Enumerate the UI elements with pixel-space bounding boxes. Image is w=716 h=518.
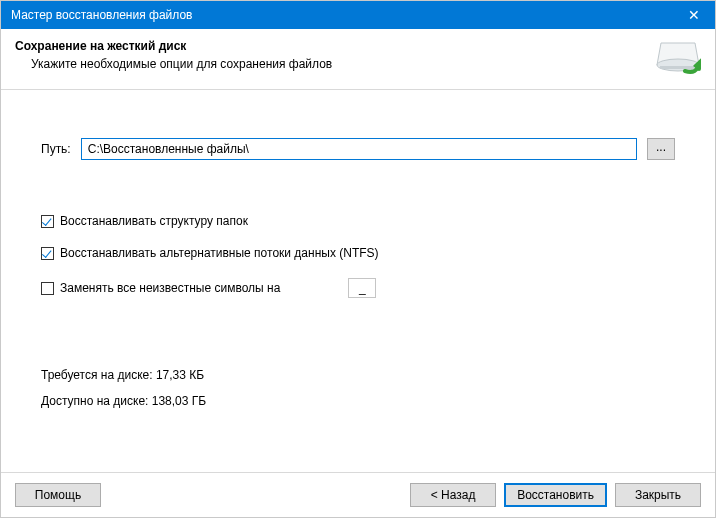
option-restore-ads: Восстанавливать альтернативные потоки да… <box>41 246 675 260</box>
page-title: Сохранение на жесткий диск <box>15 39 647 53</box>
hard-disk-icon <box>655 39 701 77</box>
restore-folders-label: Восстанавливать структуру папок <box>60 214 248 228</box>
footer: Помощь < Назад Восстановить Закрыть <box>1 472 715 517</box>
disk-available: Доступно на диске: 138,03 ГБ <box>41 394 675 408</box>
recover-button[interactable]: Восстановить <box>504 483 607 507</box>
disk-required: Требуется на диске: 17,33 КБ <box>41 368 675 382</box>
close-button[interactable]: Закрыть <box>615 483 701 507</box>
back-button[interactable]: < Назад <box>410 483 496 507</box>
page-subtitle: Укажите необходимые опции для сохранения… <box>15 57 647 71</box>
path-label: Путь: <box>41 142 71 156</box>
content-area: Путь: ... Восстанавливать структуру папо… <box>1 90 715 440</box>
restore-ads-label: Восстанавливать альтернативные потоки да… <box>60 246 379 260</box>
close-icon[interactable]: ✕ <box>673 1 715 29</box>
svg-rect-1 <box>660 66 696 69</box>
option-replace-unknown: Заменять все неизвестные символы на <box>41 278 675 298</box>
option-restore-folders: Восстанавливать структуру папок <box>41 214 675 228</box>
help-button[interactable]: Помощь <box>15 483 101 507</box>
window-title: Мастер восстановления файлов <box>11 8 192 22</box>
path-input[interactable] <box>81 138 637 160</box>
replace-unknown-label: Заменять все неизвестные символы на <box>60 281 280 295</box>
replace-char-input[interactable] <box>348 278 376 298</box>
browse-button[interactable]: ... <box>647 138 675 160</box>
options-group: Восстанавливать структуру папок Восстана… <box>41 214 675 298</box>
restore-ads-checkbox[interactable] <box>41 247 54 260</box>
svg-point-0 <box>657 59 699 71</box>
titlebar: Мастер восстановления файлов ✕ <box>1 1 715 29</box>
disk-info: Требуется на диске: 17,33 КБ Доступно на… <box>41 368 675 408</box>
replace-unknown-checkbox[interactable] <box>41 282 54 295</box>
restore-folders-checkbox[interactable] <box>41 215 54 228</box>
wizard-header: Сохранение на жесткий диск Укажите необх… <box>1 29 715 89</box>
path-row: Путь: ... <box>41 138 675 160</box>
